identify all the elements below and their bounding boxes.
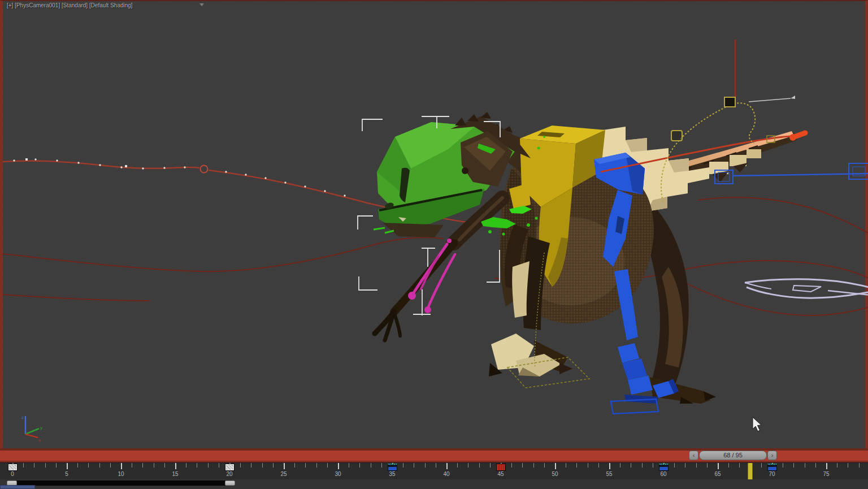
frame-tick-label: 5 — [58, 471, 75, 477]
frame-tick — [718, 463, 719, 469]
frame-tick — [164, 463, 165, 468]
frame-tick-label: 30 — [329, 471, 346, 477]
raptor-model[interactable] — [374, 112, 797, 414]
frame-tick — [631, 463, 631, 468]
trajectory-frame-dots — [13, 158, 345, 197]
frame-tick — [826, 463, 827, 469]
frame-tick — [859, 463, 860, 468]
trajectory-key-circle[interactable] — [201, 166, 208, 173]
frame-tick — [728, 463, 729, 468]
frame-tick — [468, 463, 468, 468]
frame-tick — [805, 463, 805, 468]
prev-frame-button[interactable]: ‹ — [689, 451, 698, 460]
frame-tick — [327, 463, 328, 468]
frame-tick — [186, 463, 186, 468]
frame-tick — [815, 463, 816, 468]
keyframe-marker-white[interactable] — [225, 464, 235, 471]
frame-tick-label: 75 — [818, 471, 835, 477]
keyframe-marker-red[interactable] — [496, 464, 506, 471]
frame-tick-label: 15 — [167, 471, 184, 477]
axis-x-label: x — [38, 438, 41, 443]
next-frame-button[interactable]: › — [767, 451, 777, 460]
frame-tick — [588, 463, 588, 468]
keyframe-marker-blue[interactable] — [659, 464, 669, 471]
track-bar-footer — [0, 479, 868, 489]
range-scrollbar[interactable] — [7, 481, 235, 486]
ground-spline[interactable] — [745, 279, 868, 298]
frame-tick — [56, 463, 57, 468]
frame-tick — [45, 463, 46, 468]
frame-tick-label: 20 — [221, 471, 238, 477]
frame-tick — [533, 463, 534, 468]
frame-tick — [359, 463, 360, 468]
frame-tick — [739, 463, 740, 468]
frame-tick — [479, 463, 480, 468]
keyframe-marker-blue[interactable] — [388, 464, 397, 471]
frame-tick — [110, 463, 111, 468]
frame-tick — [761, 463, 762, 468]
frame-tick — [251, 463, 251, 468]
viewport-label-caret-icon — [199, 3, 204, 6]
frame-tick — [425, 463, 426, 468]
frame-tick — [848, 463, 848, 468]
frame-tick — [88, 463, 89, 468]
frame-tick — [316, 463, 317, 468]
white-guide-line — [749, 96, 795, 102]
frame-tick — [696, 463, 697, 468]
frame-tick — [436, 463, 436, 468]
frame-tick-label: 35 — [384, 471, 401, 477]
frame-tick — [273, 463, 274, 468]
frame-tick — [371, 463, 371, 468]
track-bar[interactable]: 051015202530354045505560657075 — [0, 462, 868, 479]
frame-tick — [685, 463, 685, 468]
frame-tick-label: 0 — [4, 471, 21, 477]
frame-tick — [338, 463, 339, 469]
status-selection[interactable] — [0, 485, 35, 489]
frame-tick — [175, 463, 176, 469]
frame-tick — [67, 463, 68, 469]
frame-tick — [219, 463, 219, 468]
frame-tick — [674, 463, 675, 468]
frame-tick-label: 65 — [709, 471, 726, 477]
viewport-label[interactable]: [+] [PhysCamera001] [Standard] [Default … — [7, 2, 133, 8]
keyframe-marker-white[interactable] — [8, 464, 18, 471]
frame-tick — [837, 463, 837, 468]
time-slider-track[interactable]: ‹ 68 / 95 › — [0, 448, 868, 462]
time-slider-button[interactable]: ‹ 68 / 95 › — [689, 451, 777, 460]
axis-z-label: z — [21, 415, 24, 420]
frame-tick — [576, 463, 577, 468]
frame-tick-label: 50 — [546, 471, 563, 477]
frame-display[interactable]: 68 / 95 — [699, 451, 767, 460]
frame-tick — [555, 463, 556, 469]
frame-tick-label: 45 — [492, 471, 509, 477]
yellow-key-square-selected[interactable] — [724, 97, 735, 107]
yellow-key-square[interactable] — [671, 131, 682, 141]
frame-tick — [349, 463, 349, 468]
current-frame-indicator[interactable] — [748, 463, 753, 479]
frame-tick-label: 40 — [438, 471, 455, 477]
frame-tick — [642, 463, 643, 468]
frame-tick — [783, 463, 783, 468]
frame-tick — [305, 463, 306, 468]
frame-tick — [381, 463, 382, 468]
frame-tick — [414, 463, 414, 468]
frame-tick — [511, 463, 512, 468]
frame-tick — [653, 463, 653, 468]
frame-tick — [240, 463, 241, 468]
frame-tick — [707, 463, 708, 468]
axis-y-label: y — [40, 425, 42, 430]
frame-tick — [566, 463, 566, 468]
keyframe-marker-blue[interactable] — [767, 464, 777, 471]
frame-tick — [142, 463, 143, 468]
frame-tick-label: 70 — [763, 471, 780, 477]
frame-tick — [34, 463, 34, 468]
world-axis-gizmo: z y x — [21, 415, 42, 443]
camera-viewport[interactable]: z y x [+] [PhysCamera001] [Standard] [De… — [0, 0, 868, 448]
scene-canvas[interactable]: z y x — [3, 1, 868, 449]
frame-tick — [99, 463, 100, 468]
frame-tick — [77, 463, 78, 468]
frame-tick — [490, 463, 491, 468]
frame-tick — [294, 463, 295, 468]
range-handle-end[interactable] — [225, 481, 235, 486]
mouse-cursor — [753, 417, 761, 431]
